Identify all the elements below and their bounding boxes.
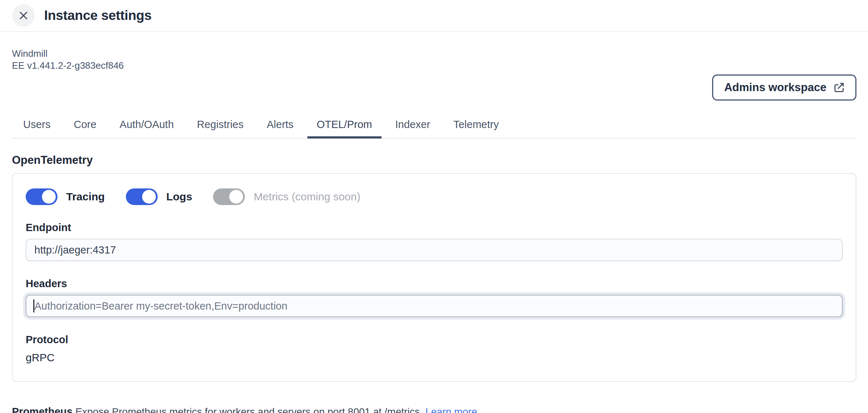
settings-tabs: Users Core Auth/OAuth Registries Alerts … [12,114,856,139]
tab-core[interactable]: Core [64,114,106,139]
protocol-field-group: Protocol gRPC [26,334,843,364]
metrics-toggle [213,188,245,205]
metrics-toggle-label: Metrics (coming soon) [254,191,360,203]
tracing-toggle-group: Tracing [26,188,105,205]
header-bar: Instance settings [0,0,868,32]
logs-toggle-label: Logs [166,191,192,203]
app-name: Windmill [12,48,856,60]
admins-workspace-button[interactable]: Admins workspace [712,74,856,101]
page-title: Instance settings [44,8,152,23]
toggle-knob [229,190,243,204]
admins-workspace-label: Admins workspace [724,81,826,94]
tab-telemetry[interactable]: Telemetry [444,114,508,139]
metrics-toggle-group: Metrics (coming soon) [213,188,360,205]
logs-toggle[interactable] [126,188,158,205]
close-button[interactable] [12,4,35,27]
headers-input[interactable] [26,295,843,317]
opentelemetry-card: Tracing Logs Metrics (coming soon) Endpo… [12,173,856,382]
endpoint-input[interactable] [26,239,843,261]
headers-field-group: Headers [26,278,843,317]
tab-otel-prom[interactable]: OTEL/Prom [307,114,382,139]
tab-auth-oauth[interactable]: Auth/OAuth [110,114,183,139]
text-caret [33,299,34,312]
tab-registries[interactable]: Registries [188,114,253,139]
external-link-icon [834,82,844,93]
tab-alerts[interactable]: Alerts [257,114,303,139]
prometheus-section: Prometheus Expose Prometheus metrics for… [12,405,856,413]
headers-input-wrap [26,295,843,317]
prometheus-description: Expose Prometheus metrics for workers an… [75,406,422,413]
logs-toggle-group: Logs [126,188,192,205]
headers-label: Headers [26,278,843,290]
toggle-knob [42,190,56,204]
instance-meta: Windmill EE v1.441.2-2-g383ecf846 [12,48,856,72]
toggle-knob [142,190,156,204]
tab-users[interactable]: Users [14,114,60,139]
app-version: EE v1.441.2-2-g383ecf846 [12,60,856,72]
otel-toggles-row: Tracing Logs Metrics (coming soon) [26,188,843,205]
close-icon [18,10,29,21]
endpoint-input-wrap [26,239,843,261]
protocol-label: Protocol [26,334,843,346]
protocol-value: gRPC [26,352,843,364]
endpoint-field-group: Endpoint [26,222,843,261]
endpoint-label: Endpoint [26,222,843,234]
settings-content: Windmill EE v1.441.2-2-g383ecf846 Admins… [0,48,868,413]
tracing-toggle-label: Tracing [66,191,105,203]
learn-more-link[interactable]: Learn more [425,406,477,413]
actions-row: Admins workspace [12,74,856,101]
opentelemetry-heading: OpenTelemetry [12,154,856,167]
tracing-toggle[interactable] [26,188,58,205]
tab-indexer[interactable]: Indexer [386,114,440,139]
prometheus-title: Prometheus [12,406,73,413]
